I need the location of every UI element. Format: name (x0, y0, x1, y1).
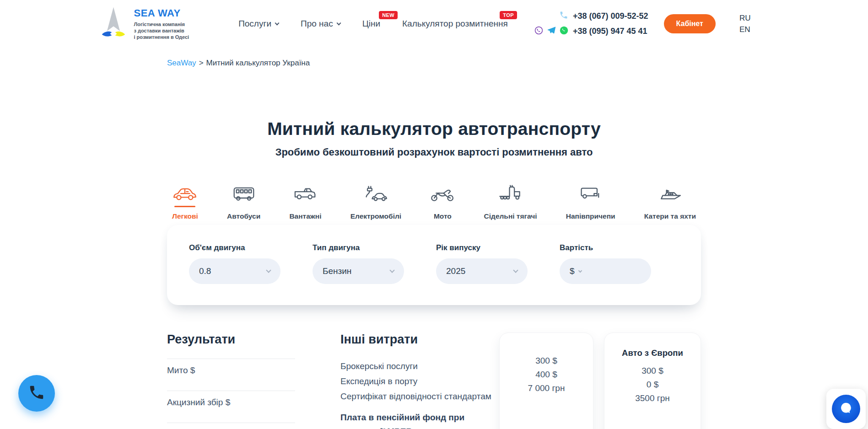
nav-item-services[interactable]: Послуги (238, 19, 279, 29)
page-subtitle: Зробимо безкоштовний розрахунок вартості… (0, 146, 868, 158)
floating-call-button[interactable] (18, 375, 55, 412)
cost-card-default: 300 $ 400 $ 7 000 грн (499, 332, 593, 429)
page-title: Митний калькулятор автотранспорту (0, 119, 868, 139)
tab-trucks[interactable]: Вантажні (289, 182, 321, 220)
nav-item-prices[interactable]: Ціни NEW (362, 19, 380, 29)
tab-electric-cars[interactable]: Електромобілі (350, 182, 401, 220)
price-input[interactable] (582, 266, 641, 277)
chevron-down-icon (336, 21, 341, 25)
result-row-excise: Акцизний збір $ (167, 391, 295, 423)
year-field: Рік випуску 2025 (436, 243, 528, 284)
phone-icon (559, 11, 568, 22)
tab-cars[interactable]: Легкові (172, 182, 198, 220)
results-title: Результати (167, 332, 295, 347)
new-badge: NEW (379, 11, 398, 19)
language-switcher: RU EN (739, 12, 751, 35)
breadcrumb-home-link[interactable]: SeaWay (167, 59, 196, 67)
logo[interactable]: SEA WAY Логістична компанія з доставки в… (100, 5, 189, 43)
engine-type-select[interactable]: Бензин (313, 258, 404, 284)
cabinet-button[interactable]: Кабінет (664, 14, 716, 33)
cost-item-certificate: Сертифікат відповідності стандартам (340, 389, 498, 404)
tab-semi-tractors[interactable]: Сідельні тягачі (484, 182, 537, 220)
phone-number-2: +38 (095) 947 45 41 (528, 26, 648, 37)
tab-motorcycles[interactable]: Мото (430, 182, 455, 220)
engine-type-field: Тип двигуна Бензин (313, 243, 404, 284)
calculator-form-card: Об'єм двигуна 0.8 Тип двигуна Бензин Рік… (167, 225, 701, 305)
other-costs-title: Інші витрати (340, 332, 498, 347)
chevron-down-icon (513, 268, 518, 273)
other-costs-column: Інші витрати Брокерські послуги Експедиц… (340, 332, 498, 429)
logo-boat-icon (100, 5, 127, 43)
truck-icon (293, 182, 318, 203)
phone-number-1[interactable]: +38 (067) 009-52-52 (528, 11, 648, 22)
car-icon (173, 182, 197, 203)
bus-icon (232, 182, 256, 203)
logo-tagline: Логістична компанія з доставки вантажів … (134, 21, 189, 40)
semi-truck-icon (498, 182, 523, 203)
nav-item-customs-calculator[interactable]: Калькулятор розмитнення TOP (402, 19, 508, 29)
header: SEA WAY Логістична компанія з доставки в… (0, 0, 868, 48)
chevron-down-icon (275, 21, 280, 25)
breadcrumb-current: Митний калькулятор Україна (206, 59, 310, 67)
cost-cards: 300 $ 400 $ 7 000 грн Авто з Європи 300 … (499, 332, 701, 429)
vehicle-type-tabs: Легкові Автобуси Ванта (172, 182, 696, 220)
page: SEA WAY Логістична компанія з доставки в… (0, 0, 868, 429)
divider (167, 423, 295, 423)
logo-title: SEA WAY (134, 7, 189, 19)
cost-item-port: Експедиція в порту (340, 374, 498, 389)
cost-item-broker: Брокерські послуги (340, 359, 498, 374)
cost-value: 7 000 грн (500, 381, 593, 395)
whatsapp-icon[interactable] (560, 26, 568, 37)
telegram-icon[interactable] (547, 26, 556, 37)
tab-semi-trailers[interactable]: Напівпричепи (566, 182, 615, 220)
breadcrumb-separator: > (199, 59, 204, 67)
breadcrumb: SeaWay>Митний калькулятор Україна (167, 59, 701, 68)
currency-value: $ (570, 266, 575, 276)
yacht-icon (658, 182, 682, 203)
main-nav: Послуги Про нас Ціни NEW Калькулятор роз… (238, 19, 508, 29)
currency-select[interactable]: $ (560, 258, 651, 284)
phone-icon (28, 384, 45, 403)
results-section: Результати Мито $ Акцизний збір $ Інші в… (167, 332, 701, 429)
cost-card-europe: Авто з Європи 300 $ 0 $ 3500 грн (604, 332, 701, 429)
cost-value: 3500 грн (604, 391, 701, 405)
motorcycle-icon (430, 182, 455, 203)
engine-volume-field: Об'єм двигуна 0.8 (189, 243, 280, 284)
trailer-icon (578, 182, 603, 203)
cost-item-pension-fund: Плата в пенсійний фонд при реєстрації МР… (340, 410, 491, 429)
year-select[interactable]: 2025 (436, 258, 528, 284)
chat-button[interactable] (832, 395, 860, 423)
lang-en[interactable]: EN (739, 24, 751, 35)
electric-car-icon (363, 182, 388, 203)
tab-buses[interactable]: Автобуси (227, 182, 260, 220)
cost-card-title: Авто з Європи (604, 348, 701, 359)
engine-volume-select[interactable]: 0.8 (189, 258, 280, 284)
results-column: Результати Мито $ Акцизний збір $ (167, 332, 295, 423)
result-row-duty: Мито $ (167, 359, 295, 391)
nav-item-about[interactable]: Про нас (301, 19, 340, 29)
chevron-down-icon (389, 268, 394, 273)
cost-value: 300 $ (500, 354, 593, 368)
active-tab-underline (174, 206, 195, 207)
tab-boats-yachts[interactable]: Катери та яхти (644, 182, 696, 220)
header-contacts: +38 (067) 009-52-52 +38 (09 (528, 11, 648, 37)
cost-value: 0 $ (604, 378, 701, 391)
lang-ru[interactable]: RU (739, 12, 751, 24)
chat-widget (826, 389, 866, 429)
top-badge: TOP (500, 11, 517, 19)
chevron-down-icon (266, 268, 271, 273)
viber-icon[interactable] (534, 26, 543, 37)
cost-value: 300 $ (604, 364, 701, 378)
price-field: Вартість $ (560, 243, 651, 284)
chat-bubble-icon (839, 401, 853, 417)
cost-value: 400 $ (500, 368, 593, 381)
